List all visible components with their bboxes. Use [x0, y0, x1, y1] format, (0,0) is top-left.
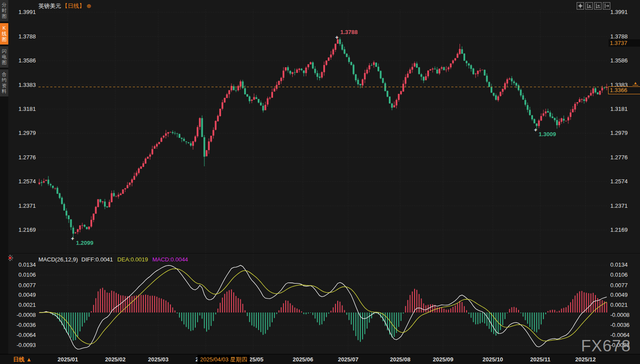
- candle-body: [477, 71, 479, 74]
- candle-body: [409, 69, 411, 73]
- candle-body: [344, 49, 346, 54]
- sidebar: 分时图K线图闪电图合约资料: [0, 0, 8, 354]
- month-tick-label: 2025/01: [58, 356, 78, 363]
- macd-bar: [82, 312, 83, 326]
- settings-gear-icon[interactable]: ⊕: [86, 3, 91, 9]
- macd-bar: [342, 306, 342, 312]
- macd-bar: [235, 296, 236, 312]
- scroll-to-price-arrow-icon[interactable]: ▲: [633, 81, 638, 86]
- candle-body: [330, 55, 332, 58]
- macd-bar: [443, 309, 444, 312]
- y-axis-zoom-icon[interactable]: [585, 2, 593, 10]
- candle-body: [208, 141, 210, 150]
- candle-body: [529, 110, 531, 115]
- candle-body: [278, 81, 280, 85]
- candle-body: [285, 67, 287, 70]
- sidebar-tab-lightning[interactable]: 闪电图: [0, 46, 8, 68]
- macd-bar: [606, 302, 607, 312]
- candle-body: [355, 74, 356, 80]
- month-tick-label: 2025/10: [483, 356, 503, 363]
- macd-bar: [220, 303, 221, 312]
- macd-bar: [154, 296, 155, 312]
- macd-bar: [292, 305, 293, 312]
- candle-body: [88, 227, 90, 229]
- candle-body: [226, 94, 228, 98]
- sidebar-tab-kline[interactable]: K线图: [0, 23, 8, 45]
- sidebar-tab-timeshare[interactable]: 分时图: [0, 0, 8, 21]
- candle-body: [190, 143, 192, 145]
- candle-body: [204, 137, 205, 156]
- candle-body: [461, 49, 463, 54]
- macd-bar: [339, 302, 340, 312]
- candle-body: [441, 67, 443, 69]
- macd-bar: [437, 307, 438, 312]
- candle-body: [308, 64, 309, 67]
- pan-tool-icon[interactable]: [577, 2, 584, 10]
- candle-body: [240, 81, 242, 86]
- candle-body: [560, 118, 562, 122]
- candle-body: [156, 144, 158, 147]
- current-price-tag: 1.3366: [608, 86, 640, 94]
- candle-body: [120, 194, 121, 195]
- period-selector[interactable]: 日线 ▲: [13, 356, 32, 364]
- macd-bar: [299, 309, 300, 312]
- macd-bar: [450, 309, 451, 312]
- candle-body: [59, 193, 61, 198]
- candle-body: [396, 100, 398, 106]
- macd-bar: [172, 307, 173, 312]
- macd-bar: [308, 312, 309, 313]
- candle-body: [450, 63, 452, 67]
- candle-body: [201, 118, 203, 137]
- candle-body: [289, 71, 291, 73]
- candle-body: [398, 94, 400, 100]
- candle-body: [556, 120, 558, 125]
- candle-body: [371, 65, 373, 65]
- candle-body: [170, 132, 171, 132]
- candle-body: [452, 60, 454, 63]
- candle-body: [77, 229, 79, 232]
- candle-body: [491, 87, 492, 93]
- candle-body: [533, 119, 535, 124]
- candle-body: [511, 78, 512, 81]
- macd-bar: [475, 312, 476, 324]
- candle-body: [79, 225, 81, 230]
- macd-bar: [177, 312, 178, 313]
- candle-body: [296, 69, 298, 73]
- sidebar-tab-contract-info[interactable]: 合约资料: [0, 69, 8, 96]
- candle-body: [185, 141, 187, 142]
- macd-diff-value: DIFF:0.0041: [81, 256, 113, 263]
- macd-bar: [525, 312, 526, 320]
- macd-bar: [588, 293, 589, 312]
- macd-bar: [75, 312, 76, 340]
- x-axis-zoom-icon[interactable]: [594, 2, 602, 10]
- period-dropdown-arrow-icon: ▲: [26, 356, 32, 363]
- macd-bar: [527, 312, 528, 324]
- candle-body: [136, 173, 138, 176]
- candle-body: [319, 76, 321, 78]
- macd-bar: [147, 295, 148, 312]
- candle-body: [502, 89, 504, 92]
- month-tick-label: 2025/08: [390, 356, 410, 363]
- candle-body: [558, 121, 560, 125]
- candle-body: [75, 232, 76, 233]
- macd-bar: [141, 295, 142, 312]
- goto-latest-icon[interactable]: [603, 2, 610, 10]
- macd-bar: [543, 312, 544, 319]
- macd-bar: [470, 312, 471, 318]
- macd-bar: [577, 293, 578, 312]
- macd-bar: [405, 306, 406, 312]
- candle-body: [445, 70, 447, 70]
- crosshair-date-tooltip: 2025/04/03 星期四: [197, 355, 250, 364]
- candle-body: [536, 124, 537, 126]
- macd-bar: [218, 309, 218, 312]
- macd-bar: [143, 295, 144, 312]
- macd-bar: [426, 306, 426, 312]
- candle-body: [258, 99, 259, 103]
- macd-bar: [260, 312, 261, 332]
- chart-canvas[interactable]: [0, 0, 640, 364]
- macd-bar: [224, 294, 225, 312]
- candle-body: [572, 109, 574, 113]
- macd-bar: [91, 311, 92, 312]
- macd-bar: [362, 312, 363, 340]
- candle-body: [380, 71, 381, 78]
